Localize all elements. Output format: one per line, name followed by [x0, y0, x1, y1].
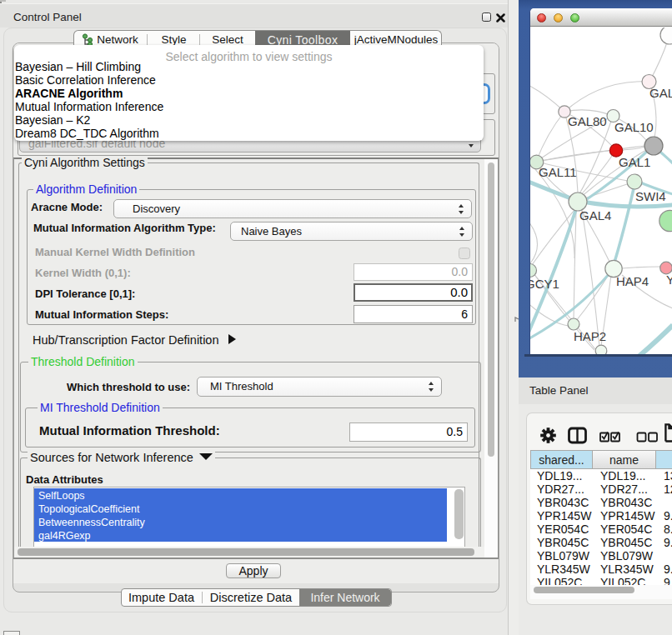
svg-text:GCY1: GCY1 [530, 277, 559, 291]
svg-text:YM: YM [666, 272, 672, 287]
svg-text:GAL7: GAL7 [649, 86, 672, 100]
svg-text:GAL1: GAL1 [619, 155, 650, 169]
svg-text:GAL4: GAL4 [579, 208, 611, 222]
svg-text:HAP4: HAP4 [616, 274, 649, 288]
svg-text:HAP2: HAP2 [574, 329, 606, 343]
svg-text:SWI4: SWI4 [635, 189, 666, 203]
svg-text:GAL10: GAL10 [614, 120, 654, 134]
svg-text:GAL80: GAL80 [568, 114, 607, 128]
svg-text:GAL11: GAL11 [539, 165, 577, 179]
